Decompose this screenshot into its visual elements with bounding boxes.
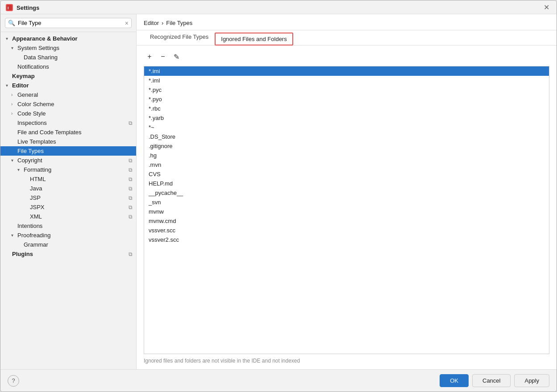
sidebar-item-copyright[interactable]: ▾Copyright⧉	[0, 156, 136, 165]
copy-icon-java: ⧉	[129, 186, 133, 192]
content-area: 🔍 × ▾Appearance & Behavior▾System Settin…	[0, 14, 557, 369]
file-list-item-mvnw[interactable]: mvnw	[144, 207, 549, 216]
apply-button[interactable]: Apply	[514, 374, 549, 387]
search-input[interactable]	[18, 20, 122, 26]
breadcrumb-sep: ›	[162, 20, 163, 26]
sidebar-label-file-types: File Types	[17, 148, 133, 154]
file-list-item-ds-store[interactable]: .DS_Store	[144, 132, 549, 141]
sidebar-item-data-sharing[interactable]: Data Sharing	[0, 53, 136, 62]
file-list-item-mvn[interactable]: .mvn	[144, 160, 549, 169]
edit-button[interactable]: ✎	[170, 51, 182, 62]
file-list-item-iml[interactable]: *.iml	[144, 76, 549, 85]
footer-note: Ignored files and folders are not visibl…	[144, 358, 549, 364]
remove-button[interactable]: −	[157, 51, 169, 62]
sidebar-item-keymap[interactable]: Keymap	[0, 71, 136, 81]
expand-arrow-general: ›	[11, 92, 17, 97]
file-list-item-pycache[interactable]: __pycache__	[144, 188, 549, 198]
sidebar-label-inspections: Inspections	[17, 120, 127, 126]
expand-arrow-proofreading: ▾	[11, 233, 17, 238]
expand-arrow-appearance-behavior: ▾	[6, 36, 12, 41]
sidebar-item-jsp[interactable]: JSP⧉	[0, 193, 136, 202]
search-box: 🔍 ×	[0, 14, 136, 32]
sidebar-label-general: General	[17, 91, 133, 98]
sidebar-label-appearance-behavior: Appearance & Behavior	[12, 35, 133, 42]
tab-recognized[interactable]: Recognized File Types	[144, 30, 215, 45]
copy-icon-plugins: ⧉	[129, 251, 133, 257]
file-list-item-imi[interactable]: *.imi	[144, 66, 549, 76]
expand-arrow-code-style: ›	[11, 111, 17, 116]
file-list-item-mvnw-cmd[interactable]: mvnw.cmd	[144, 216, 549, 226]
sidebar-item-formatting[interactable]: ▾Formatting⧉	[0, 165, 136, 174]
file-list-item-vssver-scc[interactable]: vssver.scc	[144, 226, 549, 235]
expand-arrow-system-settings: ▾	[11, 45, 17, 50]
copy-icon-xml: ⧉	[129, 214, 133, 220]
tab-ignored[interactable]: Ignored Files and Folders	[215, 33, 293, 45]
sidebar-item-grammar[interactable]: Grammar	[0, 240, 136, 249]
file-list-item-rbc[interactable]: *.rbc	[144, 104, 549, 113]
copy-icon-inspections: ⧉	[129, 120, 133, 126]
sidebar-item-java[interactable]: Java⧉	[0, 184, 136, 193]
file-list-item-yarb[interactable]: *.yarb	[144, 113, 549, 123]
sidebar-label-jsp: JSP	[30, 194, 127, 201]
sidebar: 🔍 × ▾Appearance & Behavior▾System Settin…	[0, 14, 137, 369]
file-list-item-tilde[interactable]: *~	[144, 123, 549, 132]
add-button[interactable]: +	[144, 51, 155, 62]
file-list-item-help-md[interactable]: HELP.md	[144, 179, 549, 188]
sidebar-item-color-scheme[interactable]: ›Color Scheme	[0, 99, 136, 109]
sidebar-item-intentions[interactable]: Intentions	[0, 221, 136, 231]
sidebar-item-proofreading[interactable]: ▾Proofreading	[0, 231, 136, 240]
sidebar-item-appearance-behavior[interactable]: ▾Appearance & Behavior	[0, 34, 136, 43]
file-list-item-vssver2-scc[interactable]: vssver2.scc	[144, 235, 549, 244]
title-bar: I Settings ✕	[0, 0, 557, 14]
file-list-item-hg[interactable]: .hg	[144, 151, 549, 160]
expand-arrow-formatting: ▾	[17, 167, 24, 172]
sidebar-label-intentions: Intentions	[17, 223, 133, 229]
sidebar-item-system-settings[interactable]: ▾System Settings	[0, 43, 136, 53]
sidebar-label-file-and-code-templates: File and Code Templates	[17, 129, 133, 136]
file-list-item-gitignore[interactable]: .gitignore	[144, 141, 549, 151]
settings-dialog: I Settings ✕ 🔍 × ▾Appearance & Behavior▾…	[0, 0, 557, 392]
sidebar-item-plugins[interactable]: Plugins⧉	[0, 249, 136, 259]
sidebar-item-jspx[interactable]: JSPX⧉	[0, 202, 136, 212]
search-wrapper: 🔍 ×	[5, 18, 132, 28]
sidebar-item-xml[interactable]: XML⧉	[0, 212, 136, 221]
toolbar: + − ✎	[144, 51, 549, 62]
copy-icon-html: ⧉	[129, 176, 133, 182]
sidebar-item-file-types[interactable]: File Types	[0, 146, 136, 156]
sidebar-item-notifications[interactable]: Notifications	[0, 62, 136, 71]
sidebar-label-proofreading: Proofreading	[17, 232, 133, 239]
sidebar-item-file-and-code-templates[interactable]: File and Code Templates	[0, 128, 136, 137]
sidebar-label-formatting: Formatting	[24, 166, 127, 173]
action-buttons: OK Cancel Apply	[440, 374, 549, 387]
sidebar-item-live-templates[interactable]: Live Templates	[0, 137, 136, 146]
copy-icon-copyright: ⧉	[129, 157, 133, 164]
file-list-item-svn[interactable]: _svn	[144, 198, 549, 207]
sidebar-label-html: HTML	[30, 176, 127, 182]
file-list-item-pyc[interactable]: *.pyc	[144, 85, 549, 95]
file-list-item-cvs[interactable]: CVS	[144, 169, 549, 179]
sidebar-item-general[interactable]: ›General	[0, 90, 136, 99]
nav-tree: ▾Appearance & Behavior▾System SettingsDa…	[0, 32, 136, 369]
close-button[interactable]: ✕	[542, 4, 551, 11]
sidebar-label-copyright: Copyright	[17, 157, 127, 164]
breadcrumb: Editor › File Types	[144, 20, 549, 26]
file-list[interactable]: *.imi*.iml*.pyc*.pyo*.rbc*.yarb*~.DS_Sto…	[144, 66, 549, 354]
sidebar-item-code-style[interactable]: ›Code Style	[0, 109, 136, 118]
sidebar-item-editor[interactable]: ▾Editor	[0, 81, 136, 90]
breadcrumb-current: File Types	[166, 20, 192, 26]
cancel-button[interactable]: Cancel	[472, 374, 511, 387]
search-clear-icon[interactable]: ×	[125, 20, 129, 26]
sidebar-label-keymap: Keymap	[12, 73, 133, 79]
sidebar-label-live-templates: Live Templates	[17, 138, 133, 145]
sidebar-item-inspections[interactable]: Inspections⧉	[0, 118, 136, 128]
sidebar-label-editor: Editor	[12, 82, 133, 89]
panel-content: + − ✎ *.imi*.iml*.pyc*.pyo*.rbc*.yarb*~.…	[137, 45, 557, 369]
ok-button[interactable]: OK	[440, 374, 469, 387]
file-list-item-pyo[interactable]: *.pyo	[144, 95, 549, 104]
sidebar-label-java: Java	[30, 185, 127, 192]
sidebar-label-color-scheme: Color Scheme	[17, 101, 133, 107]
sidebar-label-jspx: JSPX	[30, 204, 127, 210]
sidebar-label-notifications: Notifications	[17, 63, 133, 70]
sidebar-item-html[interactable]: HTML⧉	[0, 174, 136, 184]
help-button[interactable]: ?	[8, 375, 19, 387]
